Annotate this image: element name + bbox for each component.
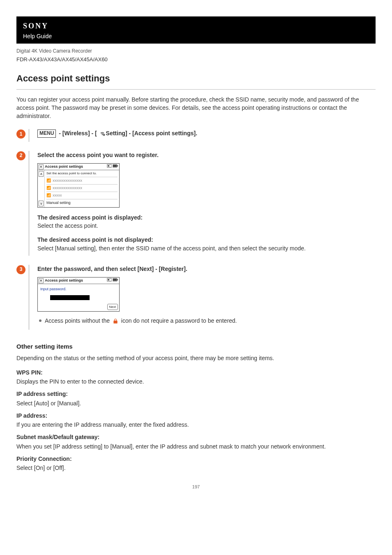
scroll-up-icon: ∧ — [39, 171, 44, 177]
other-settings-heading: Other setting items — [16, 342, 376, 351]
help-guide-label: Help Guide — [23, 32, 369, 40]
displayed-heading: The desired access point is displayed: — [37, 213, 376, 222]
ap-list-item: 📶xxxxxxxxxxxxxxxx — [46, 177, 118, 184]
battery-icon — [113, 278, 118, 283]
model-number: FDR-AX43/AX43A/AX45/AX45A/AX60 — [16, 56, 376, 64]
wifi-settings-icon — [99, 130, 105, 138]
svg-rect-10 — [113, 279, 117, 281]
step-number-badge: 1 — [16, 130, 25, 139]
ap-list-item: 📶xxxxx — [46, 192, 118, 199]
manual-setting-item: Manual setting — [46, 199, 118, 206]
not-displayed-heading: The desired access point is not displaye… — [37, 236, 376, 244]
step-3: 3 Enter the password, and then select [N… — [16, 265, 376, 330]
lcd-input-instruction: Input password. — [40, 287, 117, 292]
header-bar: SONY Help Guide — [16, 16, 376, 44]
ip-address-term: IP address: — [16, 412, 376, 420]
menu-button-label: MENU — [37, 130, 56, 137]
not-displayed-text: Select [Manual setting], then enter the … — [37, 244, 376, 252]
ip-address-def: If you are entering the IP address manua… — [16, 421, 376, 429]
subnet-def: When you set [IP address setting] to [Ma… — [16, 442, 376, 451]
priority-def: Select [On] or [Off]. — [16, 464, 376, 472]
ap-ssid-placeholder: xxxxx — [53, 193, 62, 198]
ap-ssid-placeholder: xxxxxxxxxxxxxxxx — [53, 185, 82, 191]
ip-setting-term: IP address setting: — [16, 390, 376, 398]
next-button-label: Next — [107, 304, 118, 310]
note-text-before: Access points without the — [45, 317, 111, 324]
step-2-heading: Select the access point you want to regi… — [37, 151, 376, 159]
step-1: 1 MENU - [Wireless] - [ Setting] - [Acce… — [16, 129, 376, 141]
wps-pin-term: WPS PIN: — [16, 368, 376, 377]
step-1-text-b: Setting] - [Access point settings]. — [106, 130, 197, 136]
document-page: SONY Help Guide Digital 4K Video Camera … — [0, 0, 392, 503]
svg-rect-7 — [108, 279, 109, 280]
page-title: Access point settings — [16, 72, 376, 85]
step-1-text-a: - [Wireless] - [ — [57, 130, 98, 136]
battery-icon — [113, 164, 118, 169]
svg-rect-2 — [108, 165, 109, 166]
definition-list: WPS PIN: Displays the PIN to enter to th… — [16, 368, 376, 472]
lcd-screenshot-password: ✕ Access point settings Input password. … — [37, 277, 120, 312]
lcd-screenshot-ap-list: ✕ Access point settings ∧ ∨ Set the acce… — [37, 163, 120, 208]
note-text-after: icon do not require a password to be ent… — [120, 317, 237, 324]
lcd-status-icons — [107, 164, 118, 169]
title-rule — [16, 89, 376, 90]
svg-rect-5 — [113, 165, 117, 167]
svg-rect-4 — [117, 165, 118, 166]
step-number-badge: 2 — [16, 151, 25, 160]
lock-icon — [113, 318, 118, 326]
lcd-instruction: Set the access point to connect to. — [46, 171, 118, 176]
priority-term: Priority Connection: — [16, 455, 376, 463]
lcd-status-icons — [107, 278, 118, 283]
lcd-close-icon: ✕ — [39, 164, 44, 169]
subnet-term: Subnet mask/Default gateway: — [16, 433, 376, 441]
bullet-icon — [39, 319, 42, 322]
lcd-title: Access point settings — [45, 278, 106, 283]
step-3-heading: Enter the password, and then select [Nex… — [37, 265, 376, 273]
product-line: Digital 4K Video Camera Recorder — [16, 48, 376, 55]
step-number-badge: 3 — [16, 265, 25, 274]
ap-list-item: 📶xxxxxxxxxxxxxxxx — [46, 184, 118, 192]
password-field-redacted — [50, 295, 90, 300]
other-settings-desc: Depending on the status or the setting m… — [16, 354, 376, 362]
intro-text: You can register your access point manua… — [16, 95, 376, 120]
wps-pin-def: Displays the PIN to enter to the connect… — [16, 377, 376, 386]
displayed-text: Select the access point. — [37, 222, 376, 230]
lcd-close-icon: ✕ — [39, 278, 44, 283]
scroll-down-icon: ∨ — [39, 201, 44, 206]
signal-icon: 📶 — [46, 193, 51, 198]
brand-logo: SONY — [23, 21, 369, 31]
sd-card-icon — [107, 164, 112, 169]
lcd-title: Access point settings — [45, 164, 106, 169]
note-text: Access points without the icon do not re… — [45, 317, 237, 326]
step-2: 2 Select the access point you want to re… — [16, 151, 376, 256]
step-1-heading: MENU - [Wireless] - [ Setting] - [Access… — [37, 129, 376, 138]
svg-rect-9 — [117, 279, 118, 280]
ap-ssid-placeholder: xxxxxxxxxxxxxxxx — [53, 178, 82, 183]
sd-card-icon — [107, 278, 112, 283]
note-bullet: Access points without the icon do not re… — [37, 317, 376, 326]
signal-icon: 📶 — [46, 178, 51, 183]
page-number: 197 — [16, 484, 376, 490]
signal-icon: 📶 — [46, 185, 51, 191]
ip-setting-def: Select [Auto] or [Manual]. — [16, 399, 376, 407]
